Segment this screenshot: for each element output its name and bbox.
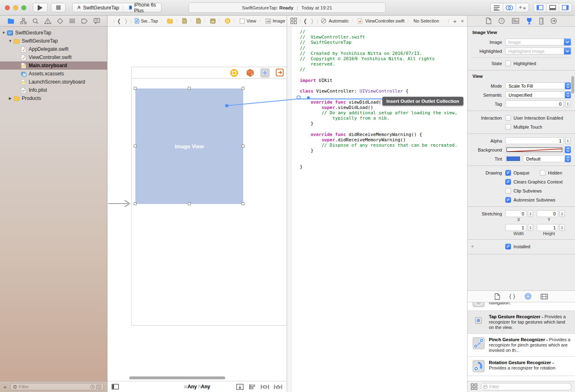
resize-handle-bottom-left[interactable]: [134, 202, 137, 205]
autoresize-subviews-checkbox[interactable]: [505, 197, 511, 203]
media-library-icon[interactable]: [541, 294, 548, 299]
symbol-navigator-icon[interactable]: [20, 18, 27, 24]
crumb-doc-blue[interactable]: Sw...Tap: [135, 18, 158, 24]
tree-item-main-storyboard[interactable]: Main.storyboard: [0, 61, 107, 70]
jumpbar-file[interactable]: ViewController.swift: [365, 18, 404, 23]
first-responder-icon[interactable]: [246, 69, 254, 77]
state-highlighted-checkbox[interactable]: [505, 61, 511, 66]
code-editor[interactable]: //// ViewController.swift// SwiftGesture…: [287, 27, 467, 392]
tag-stepper[interactable]: ▲▼: [565, 100, 570, 107]
version-editor-button[interactable]: [516, 3, 529, 12]
semantic-popup[interactable]: Unspecified: [505, 91, 571, 98]
close-window-button[interactable]: [5, 5, 10, 10]
disclosure-triangle[interactable]: ▼: [2, 31, 6, 35]
resize-handle-bottom-right[interactable]: [242, 202, 244, 205]
forward-button[interactable]: ❭: [124, 18, 128, 24]
storyboard-canvas[interactable]: Image View: [107, 27, 287, 381]
jumpbar-selection[interactable]: No Selection: [413, 18, 439, 23]
view-controller-icon[interactable]: [230, 68, 239, 77]
size-class-control[interactable]: wAny hAny: [107, 384, 287, 390]
toggle-debug-area-button[interactable]: [546, 3, 559, 12]
clip-subviews-checkbox[interactable]: [505, 188, 511, 194]
alpha-field[interactable]: 1: [505, 137, 564, 144]
combo-dropdown-button[interactable]: [564, 39, 571, 45]
run-button[interactable]: [33, 3, 48, 12]
grid-view-toggle-icon[interactable]: [471, 383, 477, 390]
mode-popup[interactable]: Scale To Fill: [505, 82, 571, 89]
library-item-pinch-gesture-recognizer[interactable]: Pinch Gesture Recognizer - Provides a re…: [468, 334, 575, 357]
crumb-doc[interactable]: [196, 18, 201, 24]
find-navigator-icon[interactable]: [32, 18, 39, 24]
tree-item-swiftgesturetap[interactable]: ▼SwiftGestureTap: [0, 37, 107, 45]
debug-navigator-icon[interactable]: [69, 18, 75, 24]
installed-checkbox[interactable]: [505, 244, 511, 249]
resize-handle-bottom[interactable]: [188, 202, 191, 205]
crumb-vc-circle[interactable]: [225, 18, 230, 24]
resize-handle-top-left[interactable]: [134, 87, 137, 90]
tree-item-appdelegate-swift[interactable]: AppDelegate.swift: [0, 45, 107, 53]
library-item-webview[interactable]: web content and enables content navigati…: [468, 302, 575, 311]
crumb-view-square[interactable]: View: [240, 18, 256, 24]
add-variation-button[interactable]: +: [471, 243, 474, 249]
tag-field[interactable]: 0: [505, 100, 564, 107]
related-items-icon[interactable]: [290, 18, 297, 24]
report-navigator-icon[interactable]: [94, 18, 100, 24]
stretching-y-field[interactable]: 0: [537, 210, 558, 217]
back-button[interactable]: ❬: [117, 18, 121, 24]
horizontal-scrollbar[interactable]: [129, 376, 225, 379]
identity-inspector-tab-icon[interactable]: [512, 18, 519, 24]
opaque-checkbox[interactable]: [505, 170, 511, 176]
close-assistant-editor-button[interactable]: ×: [461, 18, 464, 24]
crumb-storyboard-win[interactable]: [210, 18, 216, 24]
tint-color-well[interactable]: [505, 155, 521, 162]
resize-handle-top-right[interactable]: [242, 87, 244, 90]
crumb-folder[interactable]: [167, 18, 173, 24]
toggle-inspector-button[interactable]: [559, 3, 572, 12]
quick-help-tab-icon[interactable]: ?: [498, 18, 505, 24]
object-library-icon[interactable]: [525, 293, 532, 300]
stretching-width-field[interactable]: 1: [505, 224, 527, 231]
background-color-well[interactable]: [505, 146, 564, 153]
tree-item-launchscreen-storyboard[interactable]: LaunchScreen.storyboard: [0, 78, 107, 86]
stop-button[interactable]: [51, 3, 66, 12]
multiple-touch-checkbox[interactable]: [505, 124, 511, 130]
library-item-tap-gesture-recognizer[interactable]: Tap Gesture Recognizer - Provides a reco…: [468, 311, 575, 334]
attributes-inspector-tab-icon[interactable]: [526, 18, 532, 25]
tree-item-viewcontroller-swift[interactable]: ViewController.swift: [0, 53, 107, 61]
resize-handle-top[interactable]: [188, 87, 191, 90]
user-interaction-checkbox[interactable]: [505, 115, 511, 121]
jumpbar-mode[interactable]: Automatic: [329, 18, 349, 23]
hidden-checkbox[interactable]: [540, 170, 545, 176]
disclosure-triangle[interactable]: ▶: [8, 96, 12, 100]
alpha-stepper[interactable]: ▲▼: [565, 137, 570, 144]
resize-handle-right[interactable]: [242, 145, 244, 147]
add-assistant-editor-button[interactable]: +: [453, 18, 457, 25]
tree-item-products[interactable]: ▶Products: [0, 94, 107, 102]
navigator-filter-field[interactable]: Filter: [10, 383, 104, 390]
project-navigator-icon[interactable]: [7, 18, 14, 24]
crumb-doc[interactable]: [182, 18, 187, 24]
library-filter-field[interactable]: Filter: [481, 383, 572, 390]
tint-popup[interactable]: Default: [523, 155, 571, 162]
file-inspector-tab-icon[interactable]: [486, 18, 491, 24]
zoom-window-button[interactable]: [21, 5, 26, 10]
size-inspector-tab-icon[interactable]: [539, 18, 543, 25]
library-scrollbar[interactable]: [571, 76, 574, 93]
stretching-height-field[interactable]: 1: [537, 224, 558, 231]
background-popup-button[interactable]: [565, 146, 571, 153]
issue-navigator-icon[interactable]: [44, 18, 51, 24]
toggle-navigator-button[interactable]: [534, 3, 546, 12]
test-navigator-icon[interactable]: [57, 18, 63, 24]
connections-inspector-tab-icon[interactable]: [550, 18, 557, 24]
scope-icon[interactable]: [96, 385, 101, 389]
code-snippet-library-icon[interactable]: [509, 294, 516, 299]
minimize-window-button[interactable]: [13, 5, 18, 10]
scheme-selector[interactable]: SwiftGestureTap 〉 iPhone 6s Plus: [72, 3, 162, 12]
crumb-imageview[interactable]: Image View: [265, 18, 287, 24]
add-file-button[interactable]: +: [3, 384, 7, 390]
assistant-editor-button[interactable]: [503, 3, 516, 12]
resize-handle-left[interactable]: [134, 145, 137, 147]
breakpoint-navigator-icon[interactable]: [81, 18, 88, 24]
automatic-mode-icon[interactable]: [321, 18, 326, 24]
tree-item-swiftgesturetap[interactable]: ▼SwiftGestureTap: [0, 29, 107, 37]
